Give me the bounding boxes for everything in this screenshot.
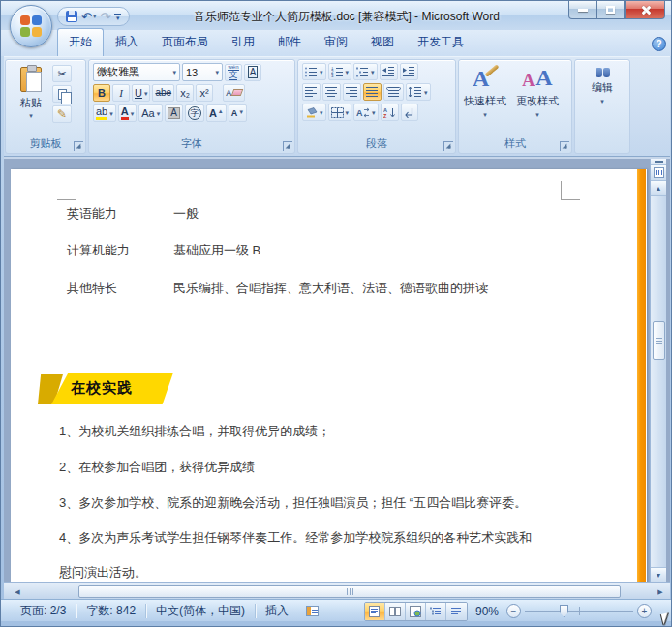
skill-row[interactable]: 英语能力一般 (67, 205, 117, 223)
justify-button[interactable] (363, 83, 382, 101)
tab-mailings[interactable]: 邮件 (266, 28, 313, 56)
scroll-right-button[interactable]: ▶ (653, 584, 668, 599)
tab-insert[interactable]: 插入 (104, 28, 150, 56)
scroll-up-button[interactable]: ▲ (651, 181, 666, 196)
distribute-text-button[interactable] (383, 83, 404, 101)
quick-styles-button[interactable]: A 快速样式 ▾ (459, 65, 511, 120)
multilevel-list-button[interactable]: ▾ (353, 63, 378, 80)
full-screen-reading-view-button[interactable] (385, 603, 406, 620)
align-right-button[interactable] (343, 83, 361, 101)
close-button[interactable] (625, 1, 665, 19)
bold-button[interactable]: B (93, 84, 110, 102)
paragraph-dialog-launcher[interactable] (443, 141, 453, 151)
italic-button[interactable]: I (112, 84, 130, 102)
section-banner[interactable]: 在校实践 (38, 373, 173, 404)
split-handle[interactable] (651, 159, 666, 165)
print-layout-view-button[interactable] (365, 603, 385, 620)
sort-button[interactable]: AZ (381, 104, 399, 121)
undo-button[interactable]: ↶▾ (81, 10, 96, 24)
vertical-scroll-thumb[interactable] (653, 321, 665, 360)
web-layout-view-button[interactable] (406, 603, 426, 620)
change-styles-button[interactable]: AA 更改样式 ▾ (511, 65, 564, 120)
zoom-slider-handle[interactable] (560, 605, 568, 617)
scroll-left-button[interactable]: ◀ (10, 584, 25, 599)
macro-record-icon[interactable] (306, 606, 319, 616)
bullets-button[interactable]: ▾ (302, 63, 326, 80)
underline-button[interactable]: U▾ (132, 84, 150, 102)
ribbon-tab-row: 开始 插入 页面布局 引用 邮件 审阅 视图 开发工具 ? (1, 30, 672, 56)
clipboard-dialog-launcher[interactable] (74, 141, 83, 151)
format-painter-button[interactable]: ✎ (52, 105, 72, 123)
language-indicator[interactable]: 中文(简体，中国) (146, 603, 255, 619)
superscript-button[interactable]: x² (196, 84, 213, 102)
word-count[interactable]: 字数: 842 (76, 603, 145, 619)
text-highlight-button[interactable]: ab▾ (93, 104, 116, 122)
minimize-button[interactable] (568, 1, 596, 19)
align-left-button[interactable] (302, 83, 321, 101)
increase-indent-button[interactable] (400, 63, 418, 80)
tab-home[interactable]: 开始 (57, 28, 104, 56)
distribute-text-icon (386, 87, 401, 98)
font-size-combo[interactable]: 13▾ (182, 63, 223, 81)
horizontal-scroll-thumb[interactable] (78, 585, 621, 598)
shrink-font-button[interactable]: A▼ (229, 104, 247, 122)
strikethrough-button[interactable]: abe (152, 84, 174, 102)
skill-row[interactable]: 其他特长民乐编排、合唱指挥、意大利语、法语、德语歌曲的拼读 (67, 280, 117, 297)
paste-button[interactable]: 粘贴 ▾ (12, 64, 50, 137)
document-line[interactable]: 1、为校机关组织排练合唱，并取得优异的成绩； (59, 423, 330, 440)
office-button[interactable] (10, 5, 52, 47)
font-dialog-launcher[interactable] (283, 141, 292, 151)
grow-font-button[interactable]: A▲ (206, 104, 227, 122)
customize-qat-button[interactable]: ▾ (114, 14, 121, 20)
view-ruler-button[interactable] (651, 165, 666, 181)
skill-row[interactable]: 计算机能力基础应用一级 B (67, 242, 130, 259)
character-shading-button[interactable]: A (165, 104, 183, 122)
change-case-button[interactable]: Aa▾ (138, 104, 163, 122)
scroll-down-button[interactable]: ▼ (651, 567, 666, 582)
tab-references[interactable]: 引用 (220, 28, 266, 56)
document-line[interactable]: 4、多次为声乐考试学生担任钢琴伴奏工作。经常参加学校院系组织的各种艺术实践和 (59, 529, 532, 547)
zoom-level[interactable]: 90% (475, 605, 499, 618)
shading-button[interactable]: ▾ (302, 104, 326, 121)
document-line[interactable]: 慰问演出活动。 (59, 564, 147, 582)
document-line[interactable]: 3、多次参加学校、院系的迎新晚会活动，担任独唱演员；担任 “五四合唱比赛评委。 (59, 494, 527, 512)
tab-page-layout[interactable]: 页面布局 (150, 28, 220, 56)
page-indicator[interactable]: 页面: 2/3 (11, 603, 76, 619)
clear-formatting-button[interactable]: A (223, 84, 245, 102)
zoom-slider[interactable] (525, 604, 633, 618)
align-center-button[interactable] (322, 83, 341, 101)
character-border-button[interactable]: A (244, 64, 261, 81)
font-name-combo[interactable]: 微软雅黑▾ (93, 63, 180, 81)
phonetic-guide-button[interactable]: wén文 (225, 64, 242, 81)
show-hide-marks-button[interactable] (401, 104, 418, 121)
subscript-button[interactable]: x₂ (176, 84, 194, 102)
horizontal-scrollbar[interactable]: ◀ ▶ (4, 582, 670, 599)
redo-button[interactable]: ↷ (100, 10, 110, 24)
decrease-indent-button[interactable] (380, 63, 398, 80)
print-layout-icon (369, 606, 380, 617)
zoom-out-button[interactable]: − (506, 604, 521, 618)
font-color-button[interactable]: A▾ (118, 104, 137, 122)
cut-button[interactable]: ✂ (52, 65, 72, 82)
line-spacing-button[interactable]: ▾ (406, 83, 431, 101)
styles-dialog-launcher[interactable] (560, 141, 569, 151)
help-button[interactable]: ? (652, 37, 666, 51)
zoom-in-button[interactable]: + (637, 604, 652, 618)
draft-view-button[interactable] (446, 603, 467, 620)
editing-button[interactable]: 编辑 ▾ (579, 65, 626, 106)
borders-button[interactable]: ▾ (328, 104, 352, 121)
copy-button[interactable] (52, 85, 72, 103)
enclose-characters-button[interactable]: 字 (185, 104, 204, 122)
document-page[interactable]: 英语能力一般 计算机能力基础应用一级 B 其他特长民乐编排、合唱指挥、意大利语、… (11, 169, 647, 584)
insert-mode-indicator[interactable]: 插入 (256, 603, 298, 619)
document-line[interactable]: 2、在校参加合唱团，获得优异成绩 (59, 459, 255, 476)
tab-review[interactable]: 审阅 (313, 28, 359, 56)
tab-view[interactable]: 视图 (359, 28, 406, 56)
outline-view-button[interactable] (426, 603, 446, 620)
vertical-scrollbar[interactable]: ▲ ▼ (650, 159, 666, 582)
restore-button[interactable] (596, 1, 625, 19)
asian-layout-button[interactable]: A▾ (353, 104, 379, 121)
numbering-button[interactable]: 123▾ (328, 63, 352, 80)
save-button[interactable] (66, 11, 77, 22)
tab-developer[interactable]: 开发工具 (406, 28, 475, 56)
